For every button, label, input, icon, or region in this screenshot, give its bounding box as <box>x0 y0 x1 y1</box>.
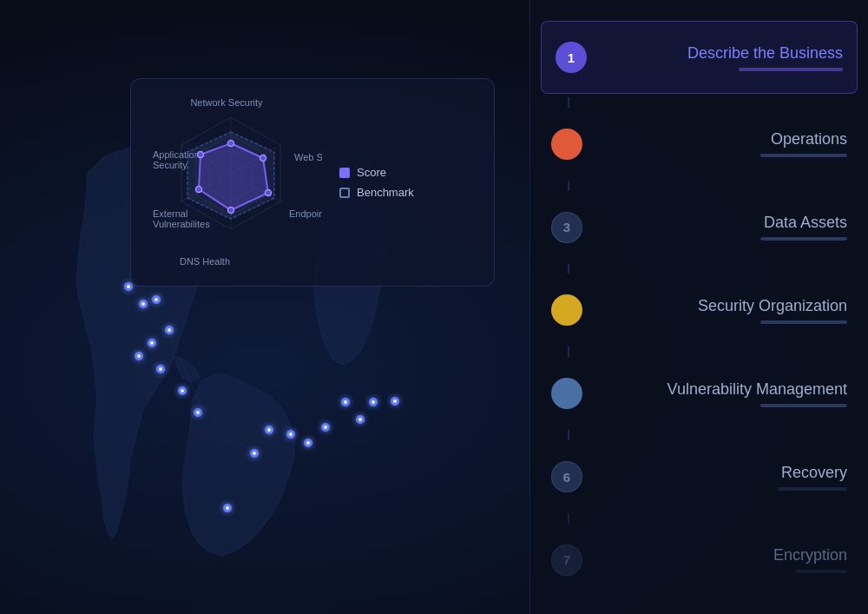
step-4-badge <box>551 294 582 326</box>
radar-card: Network Security Web Security Endpoint S… <box>130 78 495 287</box>
step-5-bar <box>760 404 847 407</box>
svg-point-38 <box>372 400 375 404</box>
step-4-title: Security Organization <box>596 297 847 315</box>
score-legend-icon <box>339 168 350 178</box>
svg-point-36 <box>358 418 362 421</box>
step-1-content: Describe the Business <box>601 44 843 71</box>
svg-point-22 <box>226 506 229 510</box>
svg-point-40 <box>393 399 397 403</box>
svg-point-18 <box>181 389 184 393</box>
step-1-bar <box>739 68 843 71</box>
step-6-title: Recovery <box>596 464 847 482</box>
external-label: External <box>153 208 187 219</box>
step-3[interactable]: 3 Data Assets <box>530 191 868 264</box>
benchmark-legend-label: Benchmark <box>357 186 414 199</box>
step-7-badge: 7 <box>551 545 582 576</box>
step-4[interactable]: Security Organization <box>530 274 868 347</box>
step-5-badge <box>551 378 582 409</box>
svg-point-4 <box>127 285 130 288</box>
connector-4-5 <box>568 347 569 357</box>
score-legend-label: Score <box>357 166 386 179</box>
step-4-bar <box>760 320 847 324</box>
step-2-bar <box>760 154 847 157</box>
connector-5-6 <box>568 430 569 440</box>
step-7-content: Encryption <box>596 546 847 573</box>
step-2-badge <box>551 129 582 160</box>
step-7-bar <box>795 570 847 573</box>
connector-2-3 <box>568 181 569 191</box>
svg-point-30 <box>306 441 310 445</box>
svg-point-8 <box>155 298 158 301</box>
step-6-content: Recovery <box>596 464 847 491</box>
step-7[interactable]: 7 Encryption <box>530 524 868 597</box>
right-panel: 1 Describe the Business Operations 3 Dat… <box>529 0 868 614</box>
dns-label: DNS Health <box>180 256 230 267</box>
svg-point-32 <box>324 426 327 429</box>
network-label: Network Security <box>190 97 263 108</box>
svg-point-16 <box>159 367 162 371</box>
web-label: Web Security <box>294 152 322 162</box>
application-label2: Security <box>153 160 187 170</box>
step-4-content: Security Organization <box>596 297 847 324</box>
svg-point-28 <box>289 432 293 436</box>
step-5[interactable]: Vulnerability Management <box>530 357 868 430</box>
step-1-badge: 1 <box>556 42 587 73</box>
step-3-bar <box>760 237 847 241</box>
svg-point-20 <box>196 411 200 414</box>
svg-point-12 <box>150 341 154 345</box>
benchmark-legend-item: Benchmark <box>339 186 414 199</box>
step-6[interactable]: 6 Recovery <box>530 440 868 513</box>
svg-point-34 <box>344 400 347 404</box>
endpoint-label: Endpoint Security <box>289 208 322 219</box>
radar-legend: Score Benchmark <box>339 166 414 199</box>
svg-point-10 <box>168 328 171 332</box>
svg-point-14 <box>137 354 141 358</box>
svg-point-54 <box>260 155 266 162</box>
connector-1-2 <box>568 97 569 108</box>
step-6-badge: 6 <box>551 461 582 492</box>
svg-point-55 <box>266 190 272 196</box>
radar-chart-svg: Network Security Web Security Endpoint S… <box>148 96 322 269</box>
external-label2: Vulnerabilites <box>153 219 210 229</box>
svg-point-58 <box>198 152 204 158</box>
svg-point-6 <box>141 302 145 306</box>
step-2[interactable]: Operations <box>530 108 868 181</box>
connector-3-4 <box>568 264 569 274</box>
svg-point-53 <box>228 141 234 147</box>
svg-point-56 <box>228 208 234 214</box>
step-3-badge: 3 <box>551 212 582 243</box>
step-5-title: Vulnerability Management <box>596 380 847 399</box>
step-1[interactable]: 1 Describe the Business <box>541 21 858 94</box>
svg-point-26 <box>267 428 271 432</box>
step-3-content: Data Assets <box>596 214 847 241</box>
step-2-title: Operations <box>596 130 847 149</box>
step-5-content: Vulnerability Management <box>596 380 847 407</box>
svg-point-57 <box>196 187 202 193</box>
benchmark-legend-icon <box>339 188 350 198</box>
step-3-title: Data Assets <box>596 214 847 232</box>
step-1-title: Describe the Business <box>601 44 843 63</box>
svg-point-24 <box>253 452 256 455</box>
step-7-title: Encryption <box>596 546 847 564</box>
step-6-bar <box>778 487 847 491</box>
score-legend-item: Score <box>339 166 414 179</box>
connector-6-7 <box>568 513 569 524</box>
step-2-content: Operations <box>596 130 847 157</box>
